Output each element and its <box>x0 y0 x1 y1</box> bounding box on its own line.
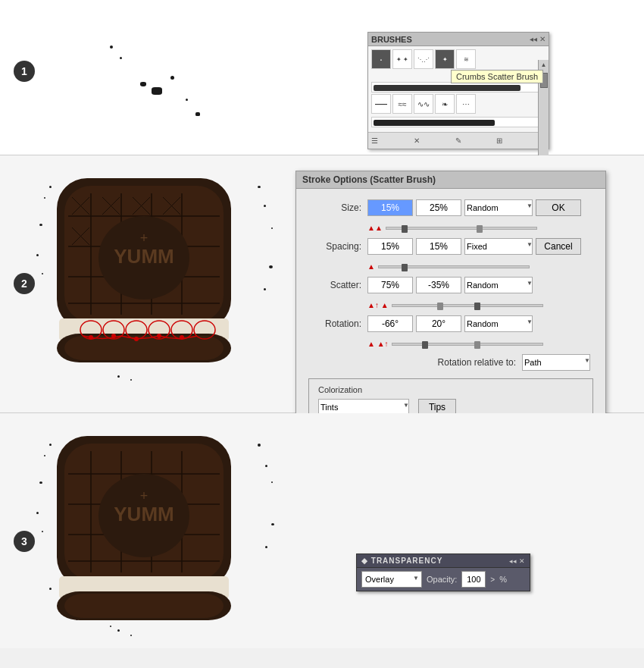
opacity-arrow[interactable]: > <box>490 575 495 584</box>
rotation-input-1[interactable] <box>367 315 413 332</box>
brushes-grid: · ✦ ✦ ⋱⋰ ✦ Crumbs Scatter Brush ≋ <box>371 49 546 69</box>
brush-item[interactable]: ✦ Crumbs Scatter Brush <box>435 49 455 69</box>
scatter-arrow: ▲↑ ▲ <box>367 301 389 309</box>
scatter-slider-thumb-2[interactable] <box>437 303 443 310</box>
scatter-input-1[interactable] <box>367 277 413 293</box>
size-dropdown[interactable]: Random <box>464 199 533 216</box>
rotation-relative-wrapper: Path <box>522 354 593 371</box>
brush-stroke-line-2 <box>371 117 546 127</box>
scatter-slider-thumb[interactable] <box>474 303 480 310</box>
scatter-dropdown[interactable]: Random <box>464 277 533 293</box>
size-slider-thumb-2[interactable] <box>477 225 483 233</box>
brush-item[interactable]: ⋯ <box>456 94 476 114</box>
rotation-relative-label: Rotation relative to: <box>308 357 516 368</box>
scatter-slider-row: ▲↑ ▲ <box>367 301 593 309</box>
scatter-dot <box>39 224 42 226</box>
brushes-delete-icon[interactable]: ✕ <box>414 136 420 145</box>
crumb-dot <box>152 87 162 95</box>
cookie-image: YUMM + <box>45 171 242 368</box>
svg-rect-52 <box>64 594 224 618</box>
transparency-panel-controls[interactable]: ◂◂ ✕ <box>509 557 525 565</box>
scroll-up[interactable]: ▲ <box>539 60 549 70</box>
scatter-dot <box>110 626 111 627</box>
blend-mode-wrapper: Overlay <box>361 571 422 588</box>
size-label: Size: <box>308 202 361 213</box>
spacing-row: Spacing: Fixed Cancel <box>308 237 593 256</box>
spacing-label: Spacing: <box>308 241 361 252</box>
opacity-input[interactable] <box>461 571 486 588</box>
brushes-menu-icon[interactable]: ☰ <box>371 136 378 145</box>
opacity-label: Opacity: <box>427 575 457 584</box>
rotation-select-wrapper: Random <box>464 315 536 332</box>
spacing-slider-row: ▲ <box>367 262 593 271</box>
svg-text:+: + <box>140 488 148 503</box>
crumb-dot <box>120 57 122 59</box>
rotation-slider-thumb[interactable] <box>422 341 428 349</box>
brush-item[interactable]: · <box>371 49 391 69</box>
ok-button[interactable]: OK <box>536 199 581 216</box>
size-row: Size: Random OK <box>308 198 593 218</box>
rotation-relative-row: Rotation relative to: Path <box>308 353 593 372</box>
spacing-dropdown[interactable]: Fixed <box>464 238 533 255</box>
svg-point-34 <box>134 337 139 341</box>
svg-text:YUMM: YUMM <box>114 245 174 268</box>
scatter-dot <box>271 523 274 525</box>
svg-point-35 <box>157 334 161 338</box>
brushes-new-icon[interactable]: ⊞ <box>496 136 502 145</box>
brush-item[interactable]: ≈≈ <box>392 94 412 114</box>
spacing-slider-thumb[interactable] <box>402 264 408 271</box>
scatter-dot <box>42 273 43 274</box>
rotation-slider-thumb-2[interactable] <box>474 341 480 349</box>
scatter-select-wrapper: Random <box>464 277 536 293</box>
section-3: 3 YUMM + <box>0 413 644 648</box>
crumb-dot <box>170 76 174 80</box>
scatter-label: Scatter: <box>308 280 361 290</box>
scatter-slider[interactable] <box>392 304 543 307</box>
spacing-input-2[interactable] <box>416 238 461 255</box>
brushes-edit-icon[interactable]: ✎ <box>455 136 461 145</box>
scatter-dot <box>271 227 273 229</box>
scatter-input-2[interactable] <box>416 277 461 293</box>
spacing-input-1[interactable] <box>367 238 413 255</box>
rotation-input-2[interactable] <box>416 315 461 332</box>
size-slider[interactable] <box>386 227 537 230</box>
stroke-options-dialog: Stroke Options (Scatter Brush) Size: Ran… <box>295 171 606 432</box>
cancel-button[interactable]: Cancel <box>536 238 581 255</box>
transparency-titlebar: ◆ TRANSPARENCY ◂◂ ✕ <box>357 554 530 568</box>
scatter-dot <box>39 481 42 484</box>
rotation-slider[interactable] <box>392 343 543 346</box>
size-select-wrapper: Random <box>464 199 536 216</box>
brush-item[interactable]: ≋ <box>456 49 476 69</box>
brush-item[interactable]: ✦ ✦ <box>392 49 412 69</box>
size-input-1[interactable] <box>367 199 413 216</box>
step-1-circle: 1 <box>14 61 35 82</box>
spacing-slider[interactable] <box>378 265 530 268</box>
size-input-2[interactable] <box>416 199 461 216</box>
brush-stroke-line <box>371 82 546 93</box>
scatter-dot <box>265 546 267 548</box>
rotation-relative-dropdown[interactable]: Path <box>522 354 590 371</box>
cookie-area-3: YUMM + <box>45 428 242 626</box>
brush-item[interactable]: — <box>371 94 391 114</box>
blend-mode-dropdown[interactable]: Overlay <box>361 571 422 588</box>
brushes-panel-controls[interactable]: ◂◂ ✕ <box>530 35 546 43</box>
scatter-dot <box>264 205 266 207</box>
scatter-dot <box>36 512 39 514</box>
scatter-dot <box>264 288 266 290</box>
brushes-titlebar: BRUSHES ◂◂ ✕ <box>368 33 549 46</box>
crumb-dot <box>195 112 200 116</box>
crumb-dot <box>110 45 113 49</box>
rotation-dropdown[interactable]: Random <box>464 315 533 332</box>
scatter-dot <box>117 629 120 632</box>
brush-item[interactable]: ∿∿ <box>414 94 433 114</box>
scatter-dot <box>265 465 267 467</box>
section-1: 1 BRUSHES ◂◂ ✕ · ✦ ✦ <box>0 0 644 155</box>
size-slider-thumb[interactable] <box>402 225 408 233</box>
brush-item[interactable]: ⋱⋰ <box>414 49 433 69</box>
cookie-area: YUMM + <box>0 155 295 412</box>
dialog-title: Stroke Options (Scatter Brush) <box>296 171 605 189</box>
crumb-dot <box>186 99 188 101</box>
brush-item[interactable]: ❧ <box>435 94 455 114</box>
svg-point-33 <box>111 334 116 338</box>
scatter-dot <box>258 186 261 188</box>
